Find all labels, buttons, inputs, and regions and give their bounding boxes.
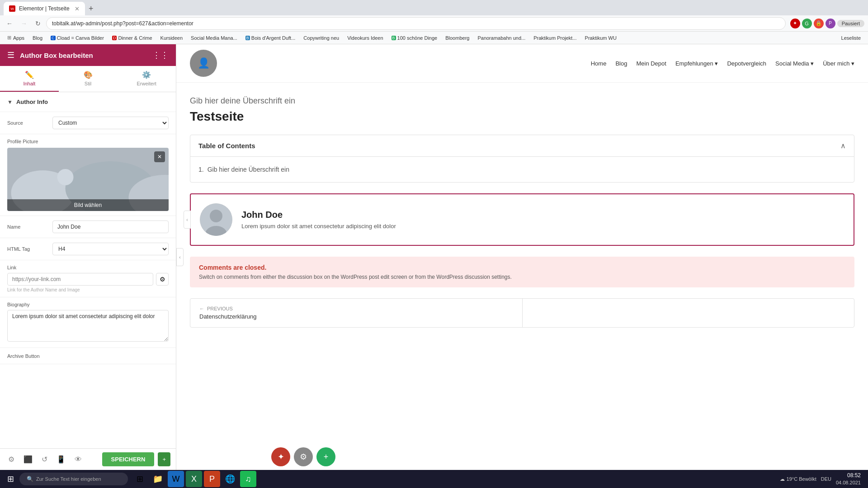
archive-button-label: Archive Button: [7, 353, 40, 359]
taskbar-icon-apps[interactable]: ⊞: [132, 471, 148, 487]
extension-icon-3[interactable]: 🔒: [814, 19, 824, 28]
nav-back-button[interactable]: ←: [4, 18, 15, 29]
author-avatar: [200, 203, 232, 236]
profile-picture-field: Profile Picture ✕ Bild wählen: [0, 134, 176, 216]
toc-header[interactable]: Table of Contents ∧: [190, 135, 854, 157]
panel-collapse-button[interactable]: ‹: [176, 248, 184, 266]
comments-closed-text: Switch on comments from either the discu…: [199, 274, 845, 280]
html-tag-select[interactable]: H1H2H3H4H5H6div: [52, 243, 169, 255]
bookmark-leseliste[interactable]: Leseliste: [838, 34, 864, 42]
tab-inhalt[interactable]: ✏️ Inhalt: [0, 66, 59, 92]
new-tab-button[interactable]: +: [85, 2, 97, 15]
extension-icon-1[interactable]: ✦: [790, 19, 800, 28]
nav-depot[interactable]: Mein Depot: [636, 60, 666, 67]
section-arrow-icon: ▼: [7, 99, 13, 105]
bookmark-canva[interactable]: C Cload = Canva Bilder: [47, 34, 108, 42]
prev-post-nav[interactable]: ← PREVIOUS Datenschutzerklärung: [190, 299, 522, 327]
grid-icon[interactable]: ⋮⋮: [152, 50, 169, 60]
taskbar-icon-excel[interactable]: X: [186, 471, 202, 487]
name-label: Name: [7, 224, 52, 230]
save-arrow-button[interactable]: +: [158, 452, 170, 466]
bookmark-kursideen[interactable]: Kursideen: [157, 34, 187, 42]
bookmark-bloomberg[interactable]: Bloomberg: [442, 34, 473, 42]
link-input[interactable]: [7, 273, 153, 286]
footer-red-button[interactable]: ✦: [271, 447, 290, 466]
archive-button-field: Archive Button: [0, 348, 176, 364]
name-input[interactable]: [52, 221, 169, 233]
nav-forward-button[interactable]: →: [18, 18, 30, 29]
html-tag-control: H1H2H3H4H5H6div: [52, 243, 169, 255]
taskbar-icon-word[interactable]: W: [168, 471, 184, 487]
taskbar-time: 08:52: [836, 472, 861, 479]
taskbar-search-bar[interactable]: 🔍 Zur Suche Text hier eingeben: [19, 473, 128, 485]
link-settings-button[interactable]: ⚙: [156, 273, 169, 286]
pause-button[interactable]: Pausiert: [837, 20, 864, 27]
taskbar-icon-explorer[interactable]: 📁: [150, 471, 166, 487]
name-field-row: Name: [0, 216, 176, 238]
html-tag-field-row: HTML Tag H1H2H3H4H5H6div: [0, 238, 176, 260]
toc-toggle-button[interactable]: ∧: [840, 141, 846, 150]
bookmark-blog[interactable]: Blog: [29, 34, 46, 42]
footer-green-button[interactable]: +: [316, 447, 335, 466]
toc-title: Table of Contents: [198, 142, 255, 150]
address-bar[interactable]: tobitalk.at/wp-admin/post.php?post=627&a…: [46, 17, 786, 30]
tab-close-icon[interactable]: ✕: [75, 5, 80, 12]
user-avatar[interactable]: P: [826, 19, 835, 28]
bookmark-praktikum2[interactable]: Praktikum WU: [581, 34, 620, 42]
panel-tabs: ✏️ Inhalt 🎨 Stil ⚙️ Erweitert: [0, 66, 176, 92]
profile-picture-label: Profile Picture: [7, 139, 169, 144]
footer-layers-icon[interactable]: ⬛: [21, 452, 35, 466]
footer-settings-icon[interactable]: ⚙: [5, 452, 17, 466]
link-field: Link ⚙ Link for the Author Name and Imag…: [0, 260, 176, 297]
footer-responsive-icon[interactable]: 📱: [54, 452, 68, 466]
svg-point-4: [57, 169, 74, 185]
taskbar-icon-music[interactable]: ♫: [240, 471, 256, 487]
footer-gray-button[interactable]: ⚙: [294, 447, 313, 466]
taskbar-app-icons: ⊞ 📁 W X P 🌐 ♫: [132, 471, 256, 487]
start-button[interactable]: ⊞: [4, 472, 18, 486]
page-title: Testseite: [190, 109, 854, 124]
choose-image-button[interactable]: Bild wählen: [7, 199, 169, 211]
extension-icon-2[interactable]: G: [802, 19, 812, 28]
delete-image-button[interactable]: ✕: [154, 151, 165, 162]
author-info-section-header[interactable]: ▼ Author Info: [0, 92, 176, 112]
footer-preview-icon[interactable]: 👁: [72, 453, 85, 466]
toc-link[interactable]: Gib hier deine Überschrift ein: [208, 166, 289, 173]
next-post-nav[interactable]: [522, 299, 854, 327]
toc-content: 1.Gib hier deine Überschrift ein: [190, 157, 854, 182]
bookmark-social[interactable]: Social Media Mana...: [187, 34, 241, 42]
bookmark-panorama[interactable]: Panoramabahn und...: [474, 34, 529, 42]
browser-tab[interactable]: W Elementor | Testseite ✕: [4, 2, 85, 15]
hamburger-icon[interactable]: ☰: [7, 50, 14, 60]
nav-social[interactable]: Social Media ▾: [775, 60, 814, 67]
source-select[interactable]: Custom Current Author Post Author: [52, 117, 169, 129]
nav-depotvergleich[interactable]: Depotvergleich: [727, 60, 766, 67]
bookmark-dinner[interactable]: D Dinner & Crime: [108, 34, 156, 42]
bookmark-bois[interactable]: B Bois d'Argent Duft...: [242, 34, 299, 42]
taskbar-weather: ☁ 19°C Bewölkt: [780, 476, 816, 482]
post-navigation: ← PREVIOUS Datenschutzerklärung: [190, 298, 854, 328]
bookmark-100dinge[interactable]: B 100 schöne Dinge: [388, 34, 441, 42]
save-button[interactable]: SPEICHERN: [102, 452, 155, 466]
bookmark-apps[interactable]: ⊞ Apps: [4, 34, 28, 42]
tab-stil[interactable]: 🎨 Stil: [59, 66, 118, 92]
tab-erweitert[interactable]: ⚙️ Erweitert: [117, 66, 176, 92]
biography-textarea[interactable]: Lorem ipsum dolor sit amet consectetur a…: [7, 310, 169, 342]
taskbar-icon-ppt[interactable]: P: [204, 471, 220, 487]
bookmark-videokurs[interactable]: Videokurs Ideen: [344, 34, 387, 42]
nav-blog[interactable]: Blog: [615, 60, 627, 67]
panel-title: Author Box bearbeiten: [20, 52, 152, 59]
footer-history-icon[interactable]: ↺: [39, 452, 50, 466]
comments-closed-box: Comments are closed. Switch on comments …: [190, 257, 854, 287]
prev-label: ← PREVIOUS: [199, 306, 513, 311]
bookmark-copywriting[interactable]: Copywriting neu: [300, 34, 343, 42]
taskbar-icon-browser[interactable]: 🌐: [222, 471, 238, 487]
table-of-contents: Table of Contents ∧ 1.Gib hier deine Übe…: [190, 135, 854, 183]
nav-refresh-button[interactable]: ↻: [33, 18, 43, 29]
image-picker[interactable]: ✕ Bild wählen: [7, 148, 169, 211]
nav-ueber[interactable]: Über mich ▾: [823, 60, 854, 67]
nav-home[interactable]: Home: [591, 60, 607, 67]
collapse-panel-arrow[interactable]: ‹: [184, 211, 191, 229]
nav-empfehlungen[interactable]: Empfehlungen ▾: [675, 60, 718, 67]
bookmark-praktikum1[interactable]: Praktikum Projekt...: [530, 34, 580, 42]
